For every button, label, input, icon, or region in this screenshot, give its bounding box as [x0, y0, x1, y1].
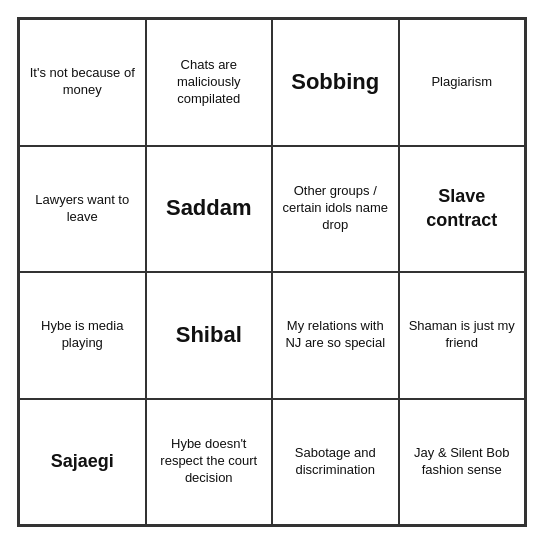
bingo-cell-1-3: Slave contract	[399, 146, 526, 273]
bingo-cell-0-1: Chats are maliciously compilated	[146, 19, 273, 146]
bingo-cell-2-2: My relations with NJ are so special	[272, 272, 399, 399]
bingo-cell-1-1: Saddam	[146, 146, 273, 273]
bingo-row-0: It's not because of moneyChats are malic…	[19, 19, 525, 146]
bingo-cell-0-0: It's not because of money	[19, 19, 146, 146]
bingo-cell-3-3: Jay & Silent Bob fashion sense	[399, 399, 526, 526]
bingo-cell-1-2: Other groups / certain idols name drop	[272, 146, 399, 273]
bingo-cell-3-1: Hybe doesn't respect the court decision	[146, 399, 273, 526]
bingo-row-3: SajaegiHybe doesn't respect the court de…	[19, 399, 525, 526]
bingo-cell-2-1: Shibal	[146, 272, 273, 399]
bingo-cell-3-2: Sabotage and discrimination	[272, 399, 399, 526]
bingo-cell-0-2: Sobbing	[272, 19, 399, 146]
bingo-cell-1-0: Lawyers want to leave	[19, 146, 146, 273]
bingo-row-2: Hybe is media playingShibalMy relations …	[19, 272, 525, 399]
bingo-cell-0-3: Plagiarism	[399, 19, 526, 146]
bingo-cell-2-0: Hybe is media playing	[19, 272, 146, 399]
bingo-cell-2-3: Shaman is just my friend	[399, 272, 526, 399]
bingo-row-1: Lawyers want to leaveSaddamOther groups …	[19, 146, 525, 273]
bingo-board: It's not because of moneyChats are malic…	[17, 17, 527, 527]
bingo-cell-3-0: Sajaegi	[19, 399, 146, 526]
